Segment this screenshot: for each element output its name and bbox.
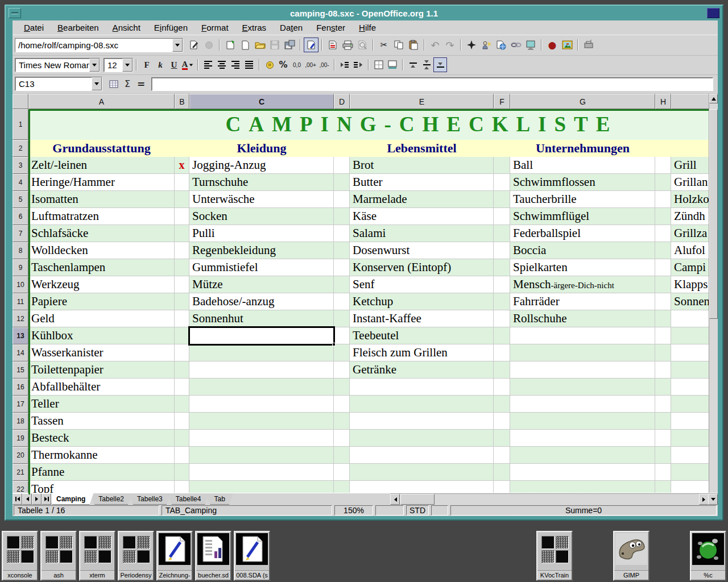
first-sheet-button[interactable] — [13, 493, 22, 505]
cell-C15[interactable] — [189, 361, 334, 379]
cell-H8[interactable] — [655, 242, 671, 259]
cell-I3[interactable]: Grill — [671, 157, 709, 174]
font-name-dropdown[interactable] — [89, 59, 100, 72]
desktop-icon-buecher-sd[interactable]: buecher.sd — [195, 531, 231, 581]
cell-F20[interactable] — [494, 447, 510, 464]
cell-reference-box[interactable]: C13 — [15, 77, 102, 91]
cell-H16[interactable] — [655, 379, 671, 396]
cell-I5[interactable]: Holzko — [671, 191, 709, 208]
cell-B18[interactable] — [175, 413, 189, 430]
cell-H14[interactable] — [655, 344, 671, 361]
cell-H20[interactable] — [655, 447, 671, 464]
cell-B13[interactable] — [175, 327, 189, 344]
copy-button[interactable] — [391, 38, 406, 52]
scroll-down-button[interactable] — [708, 494, 718, 505]
cell-F7[interactable] — [494, 225, 510, 242]
cell-C18[interactable] — [189, 413, 334, 430]
window-maximize-button[interactable] — [707, 8, 719, 18]
cell-E21[interactable] — [350, 464, 494, 481]
cell-A16[interactable]: Abfallbehälter — [28, 379, 175, 396]
cell-reference-dropdown[interactable] — [92, 77, 102, 90]
cell-I9[interactable]: Campi — [671, 259, 709, 276]
load-url-button[interactable] — [187, 38, 201, 52]
menu-einfügen[interactable]: Einfügen — [147, 21, 195, 34]
cell-B14[interactable] — [175, 344, 189, 361]
cell-D11[interactable] — [334, 293, 350, 310]
cell-G21[interactable] — [510, 464, 655, 481]
cell-A20[interactable]: Thermokanne — [28, 447, 175, 464]
cell-B8[interactable] — [175, 242, 189, 259]
cell-G5[interactable]: Taucherbrille — [510, 191, 655, 208]
cell-F17[interactable] — [494, 396, 510, 413]
cell-A18[interactable]: Tassen — [28, 413, 175, 430]
cell-G4[interactable]: Schwimmflossen — [510, 174, 655, 191]
cell-A5[interactable]: Isomatten — [28, 191, 175, 208]
cell-E17[interactable] — [350, 396, 494, 413]
cell-E4[interactable]: Butter — [350, 174, 494, 191]
cell-D9[interactable] — [334, 259, 350, 276]
cell-A12[interactable]: Geld — [28, 310, 175, 327]
cell-I15[interactable] — [671, 361, 709, 379]
delete-decimal-button[interactable]: ,00- — [317, 57, 331, 72]
zoom-button[interactable] — [523, 38, 538, 52]
cell-area[interactable]: CAMPING-CHECKLISTEGrundausstattungKleidu… — [28, 109, 709, 494]
cell-I8[interactable]: Alufol — [671, 242, 709, 259]
cell-A15[interactable]: Toilettenpapier — [28, 361, 175, 379]
cell-B12[interactable] — [175, 310, 189, 327]
row-header-1[interactable]: 1 — [13, 109, 28, 140]
cell-D6[interactable] — [334, 208, 350, 225]
cell-D13[interactable] — [334, 327, 350, 344]
cell-B11[interactable] — [175, 293, 189, 310]
save-all-button[interactable] — [282, 38, 297, 52]
cell-C10[interactable]: Mütze — [189, 276, 334, 293]
cell-I12[interactable] — [671, 310, 709, 327]
cell-A17[interactable]: Teller — [28, 396, 175, 413]
redo-button[interactable]: ↷ — [442, 38, 457, 52]
sheet-tab-tabelle2[interactable]: Tabelle2 — [90, 493, 132, 505]
row-header-5[interactable]: 5 — [13, 191, 28, 208]
cell-D20[interactable] — [334, 447, 350, 464]
column-header-F[interactable]: F — [494, 94, 510, 109]
cell-F12[interactable] — [494, 310, 510, 327]
row-header-13[interactable]: 13 — [13, 327, 28, 344]
vertical-scrollbar[interactable] — [709, 94, 718, 494]
cell-I21[interactable] — [671, 464, 709, 481]
url-dropdown-button[interactable] — [172, 39, 183, 52]
cell-G19[interactable] — [510, 430, 655, 447]
add-decimal-button[interactable]: ,00+ — [304, 57, 317, 72]
column-header-E[interactable]: E — [350, 94, 494, 109]
cell-I13[interactable] — [671, 327, 709, 344]
cell-C7[interactable]: Pulli — [189, 225, 334, 242]
cell-F18[interactable] — [494, 413, 510, 430]
column-header-G[interactable]: G — [510, 94, 655, 109]
cell-E16[interactable] — [350, 379, 494, 396]
cell-F13[interactable] — [494, 327, 510, 344]
cell-H4[interactable] — [655, 174, 671, 191]
cell-F5[interactable] — [494, 191, 510, 208]
cell-I6[interactable]: Zündh — [671, 208, 709, 225]
cell-F6[interactable] — [494, 208, 510, 225]
horizontal-scrollbar[interactable] — [390, 493, 718, 505]
print-button[interactable] — [340, 38, 355, 52]
cell-D17[interactable] — [334, 396, 350, 413]
desktop-icon-periodensy[interactable]: Periodensy — [118, 531, 154, 581]
cell-E11[interactable]: Ketchup — [350, 293, 494, 310]
cell-D16[interactable] — [334, 379, 350, 396]
new-document-button[interactable] — [238, 38, 253, 52]
cell-G16[interactable] — [510, 379, 655, 396]
sheet-tab-tab[interactable]: Tab — [206, 493, 233, 505]
print-preview-button[interactable] — [355, 38, 370, 52]
cell-C5[interactable]: Unterwäsche — [189, 191, 334, 208]
cell-C16[interactable] — [189, 379, 334, 396]
row-header-10[interactable]: 10 — [13, 276, 28, 293]
percent-format-button[interactable]: % — [276, 57, 290, 72]
scroll-left-button[interactable] — [390, 494, 400, 505]
sheet-tab-tabelle4[interactable]: Tabelle4 — [168, 493, 209, 505]
standard-format-button[interactable]: 0,0 — [290, 57, 304, 72]
cell-D19[interactable] — [334, 430, 350, 447]
cell-B9[interactable] — [175, 259, 189, 276]
cell-I10[interactable]: Klapps — [671, 276, 709, 293]
cell-B5[interactable] — [175, 191, 189, 208]
row-header-11[interactable]: 11 — [13, 293, 28, 310]
align-left-button[interactable] — [201, 57, 215, 72]
